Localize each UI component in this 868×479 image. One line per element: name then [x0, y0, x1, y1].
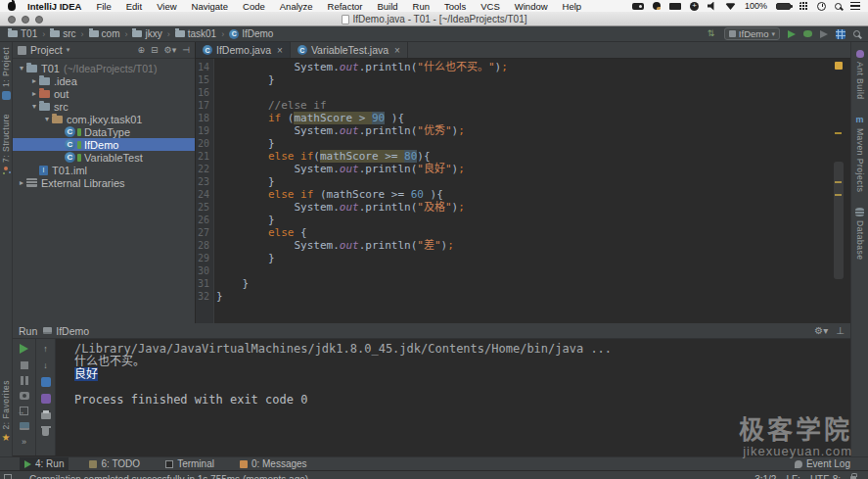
- code-line[interactable]: 25 System.out.println("及格");: [196, 201, 835, 214]
- breadcrumb-item-jkxy[interactable]: jkxy: [132, 28, 161, 39]
- apple-menu-icon[interactable]: [8, 2, 16, 11]
- tree-item-datatype[interactable]: CDataType: [13, 125, 195, 138]
- stripe-button-structure[interactable]: 7: Structure: [1, 114, 11, 170]
- hide-panel-icon[interactable]: ⊣: [182, 45, 190, 55]
- run-with-coverage-button[interactable]: [820, 30, 828, 38]
- tree-item-src[interactable]: ▾src: [13, 100, 195, 113]
- code-line[interactable]: 15 }: [196, 73, 835, 86]
- app-grid-icon[interactable]: [799, 2, 808, 11]
- toolwindow-button-0-messages[interactable]: 0: Messages: [235, 457, 312, 471]
- tree-item-t01-iml[interactable]: IT01.iml: [13, 164, 195, 176]
- run-panel-tab[interactable]: Run: [19, 325, 37, 337]
- restore-layout-icon[interactable]: [41, 377, 51, 387]
- rerun-icon[interactable]: [20, 344, 28, 354]
- editor-scrollbar[interactable]: [834, 162, 844, 279]
- menu-item-edit[interactable]: Edit: [126, 1, 142, 12]
- menu-item-view[interactable]: View: [157, 1, 176, 12]
- gear-icon[interactable]: ⚙▾: [164, 45, 177, 55]
- run-console[interactable]: /Library/Java/JavaVirtualMachines/jdk1.8…: [56, 339, 850, 455]
- battery-icon[interactable]: [776, 3, 791, 10]
- clear-all-icon[interactable]: [42, 428, 49, 436]
- menu-item-file[interactable]: File: [96, 1, 111, 12]
- stripe-button-database[interactable]: Database: [855, 208, 865, 260]
- settings-icon[interactable]: [20, 422, 29, 430]
- print-icon[interactable]: [41, 412, 51, 419]
- sort-icon[interactable]: ⇅: [708, 29, 716, 38]
- stripe-button-project[interactable]: 1: Project: [1, 47, 11, 100]
- code-line[interactable]: 31 }: [196, 277, 835, 290]
- pause-icon[interactable]: [21, 376, 28, 385]
- exit-snapshot-icon[interactable]: [20, 407, 28, 415]
- menu-item-intellij-idea[interactable]: IntelliJ IDEA: [27, 1, 81, 12]
- breadcrumb-item-task01[interactable]: task01: [175, 28, 216, 39]
- tool-grid-icon[interactable]: [836, 29, 845, 39]
- menu-item-vcs[interactable]: VCS: [480, 1, 500, 12]
- caret-position[interactable]: 3:1/2: [754, 474, 776, 479]
- toolwindow-switcher-icon[interactable]: [4, 474, 12, 479]
- event-log-button[interactable]: Event Log: [795, 458, 850, 469]
- screenshot-icon[interactable]: [20, 392, 29, 400]
- volume-icon[interactable]: [708, 2, 716, 11]
- tree-arrow-icon[interactable]: ▾: [17, 64, 26, 72]
- tree-item-variabletest[interactable]: CVariableTest: [13, 151, 195, 164]
- gear-icon[interactable]: ⚙▾: [814, 325, 828, 336]
- menu-item-build[interactable]: Build: [377, 1, 397, 12]
- run-panel-config[interactable]: IfDemo: [43, 325, 89, 337]
- code-line[interactable]: 16: [196, 86, 835, 99]
- code-line[interactable]: 26 }: [196, 214, 835, 226]
- spotlight-search-icon[interactable]: [835, 3, 842, 10]
- tree-arrow-icon[interactable]: ▸: [29, 89, 39, 98]
- code-line[interactable]: 19 System.out.println("优秀");: [196, 124, 835, 137]
- stripe-button-favorites[interactable]: 2: Favorites ★: [1, 380, 11, 443]
- fan-icon[interactable]: [690, 2, 699, 11]
- menu-item-help[interactable]: Help: [563, 1, 582, 12]
- run-button[interactable]: [788, 30, 796, 38]
- menu-item-window[interactable]: Window: [515, 1, 548, 12]
- up-stack-icon[interactable]: [41, 344, 51, 354]
- tree-item-external-libraries[interactable]: ▸External Libraries: [13, 176, 195, 189]
- tree-item-idea[interactable]: ▸.idea: [13, 74, 195, 87]
- breadcrumb-item-ifdemo[interactable]: CIfDemo: [229, 28, 273, 39]
- close-icon[interactable]: ×: [394, 45, 400, 56]
- tree-item-com-jkxy-task01[interactable]: ▾com.jkxy.task01: [13, 113, 195, 125]
- show-console-icon[interactable]: [41, 394, 51, 404]
- code-line[interactable]: 28 System.out.println("差");: [196, 239, 835, 252]
- breadcrumb-item-t01[interactable]: T01: [8, 28, 37, 39]
- menu-item-analyze[interactable]: Analyze: [280, 1, 313, 12]
- minimize-panel-icon[interactable]: ⊥: [836, 325, 845, 336]
- tree-item-ifdemo[interactable]: CIfDemo: [13, 138, 195, 151]
- tree-arrow-icon[interactable]: ▸: [29, 76, 39, 85]
- menu-item-run[interactable]: Run: [413, 1, 430, 12]
- stripe-button-ant-build[interactable]: Ant Build: [855, 50, 865, 100]
- code-line[interactable]: 23 }: [196, 175, 835, 188]
- code-line[interactable]: 29 }: [196, 252, 835, 264]
- line-separator[interactable]: LF:: [786, 474, 799, 479]
- code-line[interactable]: 18 if (mathScore > 90 ){: [196, 112, 835, 124]
- stripe-button-maven[interactable]: m Maven Projects: [855, 116, 865, 193]
- toolwindow-button-terminal[interactable]: Terminal: [160, 457, 219, 471]
- code-line[interactable]: 20 }: [196, 137, 835, 150]
- menu-item-code[interactable]: Code: [243, 1, 265, 12]
- code-line[interactable]: 17 //else if: [196, 99, 835, 112]
- stop-icon[interactable]: [21, 361, 28, 369]
- run-configuration-dropdown[interactable]: IfDemo ▾: [724, 27, 780, 40]
- tree-arrow-icon[interactable]: ▾: [29, 102, 39, 111]
- tree-item-out[interactable]: ▸out: [13, 87, 195, 100]
- close-icon[interactable]: ×: [277, 45, 283, 56]
- search-everywhere-icon[interactable]: [853, 30, 860, 37]
- tab-ifdemo-java[interactable]: CIfDemo.java×: [196, 42, 291, 58]
- clock-icon[interactable]: [817, 2, 826, 11]
- file-encoding[interactable]: UTF-8:: [810, 474, 841, 479]
- code-editor[interactable]: 14 System.out.println("什么也不买。");15 }1617…: [196, 59, 850, 323]
- tab-variabletest-java[interactable]: CVariableTest.java×: [291, 42, 408, 58]
- more-icon[interactable]: [20, 437, 29, 447]
- warning-mark-icon[interactable]: [835, 132, 842, 134]
- toolwindow-button-4-run[interactable]: 4: Run: [20, 457, 69, 471]
- code-line[interactable]: 30: [196, 264, 835, 277]
- breadcrumb-item-src[interactable]: src: [50, 28, 75, 39]
- chevron-down-icon[interactable]: ▾: [67, 46, 70, 54]
- code-line[interactable]: 27 else {: [196, 226, 835, 239]
- code-line[interactable]: 22 System.out.println("良好");: [196, 163, 835, 175]
- down-stack-icon[interactable]: [41, 360, 51, 370]
- tree-arrow-icon[interactable]: ▾: [42, 115, 52, 123]
